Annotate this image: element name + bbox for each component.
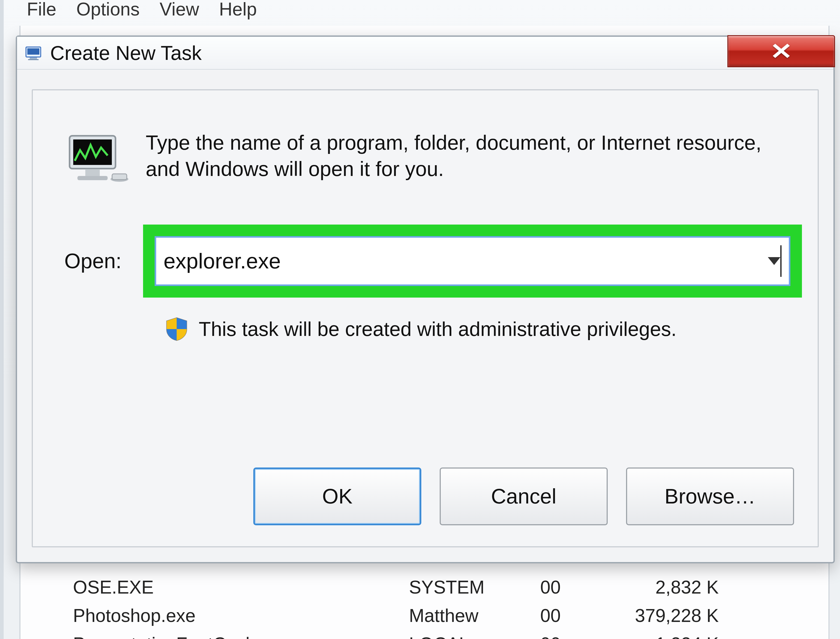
dialog-title: Create New Task [50,41,201,64]
title-bar[interactable]: Create New Task ✕ [17,37,834,70]
process-name: PresentationFontCache.exe [73,633,409,639]
dialog-button-row: OK Cancel Browse… [33,467,818,525]
process-user: LOCAL… [409,633,540,639]
process-cpu: 00 [540,577,619,598]
open-label: Open: [64,249,143,273]
menu-options[interactable]: Options [74,0,142,21]
process-user: Matthew [409,605,540,626]
cancel-button[interactable]: Cancel [440,467,608,525]
process-cpu: 00 [540,633,619,639]
open-row: Open: [64,214,802,308]
create-new-task-dialog: Create New Task ✕ Type the name of a pro… [16,35,835,563]
process-mem: 2,832 K [619,577,719,598]
table-row[interactable]: Photoshop.exe Matthew 00 379,228 K [73,601,818,630]
dialog-body: Type the name of a program, folder, docu… [32,89,819,547]
dropdown-arrow-icon[interactable] [768,257,780,265]
svg-rect-1 [27,48,40,55]
menu-file[interactable]: File [25,0,59,21]
instruction-row: Type the name of a program, folder, docu… [64,130,797,184]
menu-help[interactable]: Help [217,0,259,21]
svg-rect-2 [30,57,37,59]
svg-rect-3 [28,59,39,60]
browse-button-label: Browse… [665,484,756,509]
close-icon: ✕ [770,38,792,64]
menu-view[interactable]: View [157,0,201,21]
text-caret [780,245,781,277]
process-table: OSE.EXE SYSTEM 00 2,832 K Photoshop.exe … [73,573,818,639]
table-row[interactable]: OSE.EXE SYSTEM 00 2,832 K [73,573,818,601]
open-input[interactable] [163,249,781,273]
process-cpu: 00 [540,605,619,626]
run-dialog-icon [25,45,44,61]
menu-bar: File Options View Help [25,0,259,24]
run-program-icon [64,132,130,184]
input-highlight [143,224,802,297]
admin-note-row: This task will be created with administr… [164,316,797,342]
uac-shield-icon [164,316,189,342]
admin-note-text: This task will be created with administr… [199,318,677,340]
svg-rect-9 [112,174,127,180]
process-name: Photoshop.exe [73,605,409,626]
svg-rect-6 [85,169,100,176]
process-name: OSE.EXE [73,577,409,598]
browse-button[interactable]: Browse… [626,467,794,525]
process-mem: 379,228 K [619,605,719,626]
table-row[interactable]: PresentationFontCache.exe LOCAL… 00 1,22… [73,630,818,639]
instruction-text: Type the name of a program, folder, docu… [146,130,797,184]
close-button[interactable]: ✕ [727,35,835,67]
svg-rect-7 [78,176,108,180]
process-mem: 1,224 K [619,633,719,639]
open-combobox[interactable] [155,236,790,286]
ok-button-label: OK [322,484,353,509]
ok-button[interactable]: OK [253,467,421,525]
cancel-button-label: Cancel [491,484,556,509]
process-user: SYSTEM [409,577,540,598]
